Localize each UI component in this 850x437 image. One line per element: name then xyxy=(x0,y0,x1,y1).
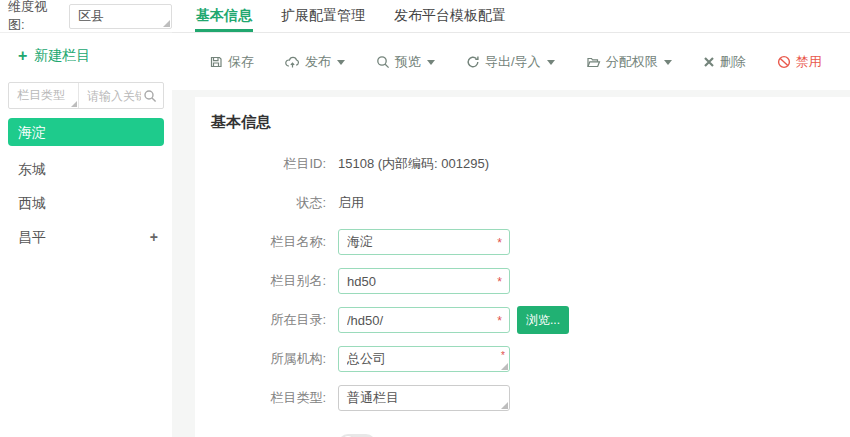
required-marker: * xyxy=(501,351,505,361)
directory-input[interactable] xyxy=(339,313,509,328)
delete-x-icon xyxy=(703,56,715,68)
list-item-label: 昌平 xyxy=(18,220,46,254)
column-id-label: 栏目ID: xyxy=(211,155,338,173)
chevron-down-icon xyxy=(337,60,345,65)
column-type-value: 普通栏目 xyxy=(347,389,399,407)
chevron-down-icon xyxy=(547,60,555,65)
resize-grip-icon xyxy=(501,402,508,409)
browse-button[interactable]: 浏览... xyxy=(517,306,569,334)
column-search xyxy=(79,83,163,108)
resize-grip-icon xyxy=(501,363,508,370)
status-value: 启用 xyxy=(338,194,364,212)
delete-label: 删除 xyxy=(720,53,746,71)
assign-permissions-button[interactable]: 分配权限 xyxy=(586,53,672,71)
tab-basic-info[interactable]: 基本信息 xyxy=(195,0,253,32)
field-row-generate-static: 生成静态文件: xyxy=(211,431,850,437)
organization-field: * xyxy=(338,346,510,372)
toolbar: 保存 发布 预览 导出/导入 xyxy=(172,33,850,90)
chevron-down-icon xyxy=(427,60,435,65)
column-type-select[interactable]: 普通栏目 xyxy=(338,385,510,411)
dimension-view-select[interactable]: 区县 xyxy=(69,4,172,29)
disable-button[interactable]: 禁用 xyxy=(777,53,822,71)
column-filter-bar: 栏目类型 xyxy=(8,82,164,109)
field-row-column-alias: 栏目别名: * xyxy=(211,268,850,294)
search-icon xyxy=(143,89,157,103)
field-row-directory: 所在目录: * 浏览... xyxy=(211,307,850,333)
import-export-label: 导出/导入 xyxy=(485,53,541,71)
add-child-column-icon[interactable]: + xyxy=(150,220,158,254)
organization-label: 所属机构: xyxy=(211,350,338,368)
tab-publish-template-config[interactable]: 发布平台模板配置 xyxy=(393,0,507,32)
plus-icon: + xyxy=(18,48,27,64)
column-name-label: 栏目名称: xyxy=(211,233,338,251)
folder-open-icon xyxy=(586,55,601,69)
new-column-label: 新建栏目 xyxy=(34,47,90,65)
list-item-label: 西城 xyxy=(18,186,46,220)
refresh-icon xyxy=(466,55,480,69)
save-icon xyxy=(209,55,223,69)
column-type-filter-select[interactable]: 栏目类型 xyxy=(9,83,79,108)
column-alias-field: * xyxy=(338,268,510,294)
resize-grip-icon xyxy=(163,20,170,27)
preview-magnifier-icon xyxy=(376,55,390,69)
new-column-button[interactable]: + 新建栏目 xyxy=(18,47,172,65)
delete-button[interactable]: 删除 xyxy=(703,53,746,71)
status-label: 状态: xyxy=(211,194,338,212)
list-item-xicheng[interactable]: 西城 xyxy=(0,186,172,220)
field-row-column-type: 栏目类型: 普通栏目 xyxy=(211,385,850,411)
save-button[interactable]: 保存 xyxy=(209,53,254,71)
column-alias-label: 栏目别名: xyxy=(211,272,338,290)
cloud-upload-icon xyxy=(285,55,300,69)
chevron-down-icon xyxy=(664,60,672,65)
tab-label: 基本信息 xyxy=(196,7,252,25)
list-item-label: 海淀 xyxy=(18,118,46,146)
sidebar: + 新建栏目 栏目类型 海淀 东城 西城 xyxy=(0,33,172,437)
field-row-status: 状态: 启用 xyxy=(211,190,850,216)
organization-input[interactable] xyxy=(339,352,509,367)
column-id-value: 15108 (内部编码: 001295) xyxy=(338,155,489,173)
dimension-view-bar: 维度视图: 区县 xyxy=(0,0,172,33)
basic-info-form: 栏目ID: 15108 (内部编码: 001295) 状态: 启用 栏目名称: … xyxy=(211,151,850,437)
field-row-column-id: 栏目ID: 15108 (内部编码: 001295) xyxy=(211,151,850,177)
directory-field: * xyxy=(338,307,510,333)
tab-bar: 基本信息 扩展配置管理 发布平台模板配置 xyxy=(172,0,850,33)
column-alias-input[interactable] xyxy=(339,274,509,289)
app-screen: 维度视图: 区县 基本信息 扩展配置管理 发布平台模板配置 + 新建栏目 栏目类… xyxy=(0,0,850,437)
list-item-changping[interactable]: 昌平 + xyxy=(0,220,172,254)
column-type-filter-label: 栏目类型 xyxy=(17,87,65,104)
ban-icon xyxy=(777,55,791,69)
disable-label: 禁用 xyxy=(796,53,822,71)
column-type-label: 栏目类型: xyxy=(211,389,338,407)
required-marker: * xyxy=(497,237,502,249)
column-name-input[interactable] xyxy=(339,235,509,250)
list-item-label: 东城 xyxy=(18,152,46,186)
field-row-organization: 所属机构: * xyxy=(211,346,850,372)
list-item-haidian[interactable]: 海淀 xyxy=(8,118,164,146)
list-item-dongcheng[interactable]: 东城 xyxy=(0,152,172,186)
tab-label: 发布平台模板配置 xyxy=(394,7,506,25)
import-export-button[interactable]: 导出/导入 xyxy=(466,53,555,71)
basic-info-panel: 基本信息 栏目ID: 15108 (内部编码: 001295) 状态: 启用 栏… xyxy=(195,97,850,437)
preview-button[interactable]: 预览 xyxy=(376,53,435,71)
column-list: 海淀 东城 西城 昌平 + xyxy=(0,118,172,254)
publish-button[interactable]: 发布 xyxy=(285,53,345,71)
tab-label: 扩展配置管理 xyxy=(281,7,365,25)
dimension-view-label: 维度视图: xyxy=(8,0,63,34)
save-label: 保存 xyxy=(228,53,254,71)
dimension-view-value: 区县 xyxy=(78,7,104,25)
required-marker: * xyxy=(497,315,502,327)
resize-grip-icon xyxy=(71,101,77,107)
assign-permissions-label: 分配权限 xyxy=(606,53,658,71)
tab-extended-config[interactable]: 扩展配置管理 xyxy=(280,0,366,32)
publish-label: 发布 xyxy=(305,53,331,71)
section-title: 基本信息 xyxy=(211,113,850,132)
preview-label: 预览 xyxy=(395,53,421,71)
directory-label: 所在目录: xyxy=(211,311,338,329)
column-name-field: * xyxy=(338,229,510,255)
required-marker: * xyxy=(497,276,502,288)
field-row-column-name: 栏目名称: * xyxy=(211,229,850,255)
